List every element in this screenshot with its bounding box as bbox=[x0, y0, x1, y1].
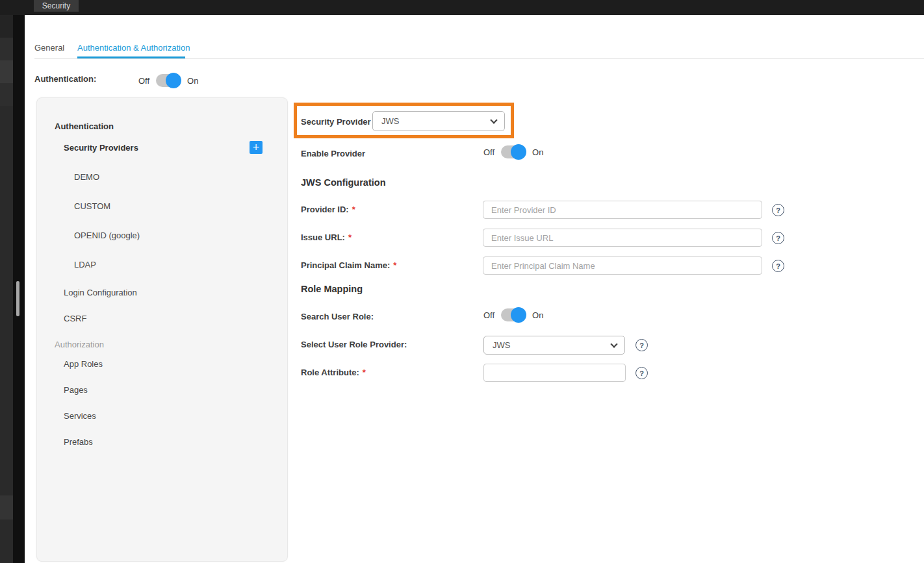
select-user-role-provider-label: Select User Role Provider: bbox=[301, 340, 407, 349]
tab-authentication-authorization[interactable]: Authentication & Authorization bbox=[77, 43, 190, 53]
chevron-down-icon bbox=[490, 116, 497, 123]
security-provider-select[interactable]: JWS bbox=[372, 111, 505, 131]
provider-id-label-text: Provider ID: bbox=[301, 205, 349, 214]
sidebar-item-openid-google[interactable]: OPENID (google) bbox=[74, 231, 140, 240]
help-icon[interactable] bbox=[635, 367, 648, 379]
sidebar-item-services[interactable]: Services bbox=[64, 411, 96, 421]
tabs-divider bbox=[34, 58, 924, 59]
role-attribute-label: Role Attribute:* bbox=[301, 368, 366, 377]
topbar: Security bbox=[0, 0, 924, 15]
sidebar-item-login-configuration[interactable]: Login Configuration bbox=[64, 288, 137, 297]
issue-url-label: Issue URL:* bbox=[301, 232, 352, 242]
authentication-toggle[interactable]: Off On bbox=[138, 73, 198, 88]
sidebar-item-security-providers[interactable]: Security Providers bbox=[64, 143, 138, 153]
issue-url-input[interactable] bbox=[483, 229, 762, 247]
required-asterisk: * bbox=[352, 205, 355, 214]
toggle-track[interactable] bbox=[501, 308, 526, 321]
sidebar-item-csrf[interactable]: CSRF bbox=[64, 314, 86, 323]
sidebar-item-prefabs[interactable]: Prefabs bbox=[64, 437, 93, 447]
toggle-off-label: Off bbox=[483, 310, 494, 320]
search-user-role-toggle[interactable]: Off On bbox=[483, 307, 543, 323]
provider-id-input[interactable] bbox=[483, 201, 762, 219]
security-tab[interactable]: Security bbox=[34, 0, 79, 12]
sidebar-item-pages[interactable]: Pages bbox=[64, 385, 88, 395]
rail-segment bbox=[0, 83, 13, 106]
rail-segment bbox=[0, 60, 13, 83]
tab-general[interactable]: General bbox=[34, 43, 64, 53]
role-mapping-heading: Role Mapping bbox=[301, 284, 363, 294]
authentication-label: Authentication: bbox=[34, 74, 96, 84]
toggle-track[interactable] bbox=[156, 74, 181, 87]
help-icon[interactable] bbox=[772, 204, 784, 216]
security-provider-label: Security Provider bbox=[301, 117, 371, 127]
toggle-off-label: Off bbox=[483, 147, 494, 157]
enable-provider-label: Enable Provider bbox=[301, 149, 365, 158]
sidebar-header-authorization: Authorization bbox=[55, 340, 104, 349]
rail-segment bbox=[0, 38, 13, 60]
provider-id-label: Provider ID:* bbox=[301, 205, 355, 214]
plus-icon: + bbox=[253, 142, 260, 153]
toggle-on-label: On bbox=[187, 76, 198, 86]
user-role-provider-selected-value: JWS bbox=[493, 340, 510, 350]
toggle-knob[interactable] bbox=[166, 73, 181, 88]
enable-provider-toggle[interactable]: Off On bbox=[483, 144, 543, 160]
left-rail bbox=[0, 15, 13, 563]
rail-segment bbox=[0, 495, 13, 519]
left-rail-divider bbox=[13, 15, 25, 563]
toggle-track[interactable] bbox=[501, 145, 526, 158]
principal-claim-name-label: Principal Claim Name:* bbox=[301, 260, 396, 270]
toggle-knob[interactable] bbox=[511, 307, 526, 323]
add-provider-button[interactable]: + bbox=[250, 141, 263, 154]
jws-configuration-heading: JWS Configuration bbox=[301, 177, 386, 188]
sidebar-item-demo[interactable]: DEMO bbox=[74, 172, 99, 182]
security-settings-screen: Security General Authentication & Author… bbox=[0, 0, 924, 563]
sidebar-header-authentication: Authentication bbox=[55, 121, 114, 131]
help-icon[interactable] bbox=[772, 260, 784, 272]
rail-segment bbox=[0, 15, 13, 38]
required-asterisk: * bbox=[363, 368, 366, 377]
search-user-role-label: Search User Role: bbox=[301, 312, 374, 321]
help-icon[interactable] bbox=[772, 232, 784, 244]
chevron-down-icon bbox=[610, 340, 617, 347]
user-role-provider-select[interactable]: JWS bbox=[483, 336, 625, 355]
security-sidebar: Authentication Security Providers + DEMO… bbox=[36, 97, 288, 562]
principal-claim-name-label-text: Principal Claim Name: bbox=[301, 260, 390, 270]
help-icon[interactable] bbox=[635, 339, 648, 351]
toggle-knob[interactable] bbox=[511, 144, 526, 160]
required-asterisk: * bbox=[393, 260, 396, 270]
role-attribute-label-text: Role Attribute: bbox=[301, 368, 359, 377]
toggle-off-label: Off bbox=[138, 76, 149, 86]
sidebar-item-custom[interactable]: CUSTOM bbox=[74, 201, 110, 211]
sidebar-item-app-roles[interactable]: App Roles bbox=[64, 359, 103, 369]
required-asterisk: * bbox=[348, 232, 352, 242]
scrollbar-thumb[interactable] bbox=[16, 281, 19, 316]
principal-claim-name-input[interactable] bbox=[483, 256, 762, 275]
role-attribute-input[interactable] bbox=[483, 364, 626, 382]
toggle-on-label: On bbox=[532, 147, 543, 157]
security-provider-selected-value: JWS bbox=[381, 116, 399, 126]
sidebar-item-ldap[interactable]: LDAP bbox=[74, 260, 96, 269]
issue-url-label-text: Issue URL: bbox=[301, 232, 345, 242]
toggle-on-label: On bbox=[532, 310, 543, 320]
